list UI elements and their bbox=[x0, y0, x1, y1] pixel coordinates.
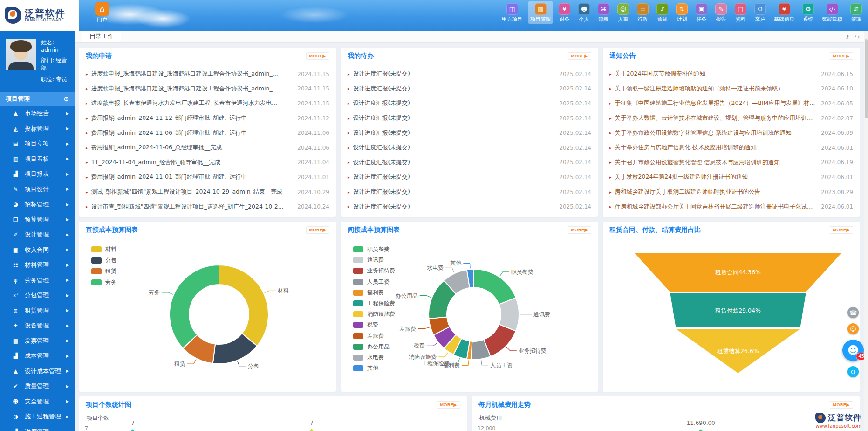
list-item-text[interactable]: 关于2024年国庆节放假安排的通知 bbox=[615, 70, 821, 78]
list-item-text[interactable]: 设计进度汇报(未提交) bbox=[353, 70, 560, 78]
list-item-text[interactable]: 设计进度汇报(未提交) bbox=[353, 129, 560, 137]
list-item-text[interactable]: 费用报销_admin_2024-11-01_部门经理审批_胡建,_运行中 bbox=[91, 173, 298, 181]
list-item[interactable]: ▸11_2024-11-04_admin_经营部_领导审批__完成2024.11… bbox=[86, 155, 329, 170]
list-item[interactable]: ▸进度款申报_长春市伊通河水力发电厂改建工程_长春市伊通河水力发电...2024… bbox=[86, 96, 329, 111]
sidebar-item[interactable]: ▤项目立项▶ bbox=[0, 136, 75, 152]
more-button[interactable]: MORE▶ bbox=[306, 52, 329, 60]
list-item-text[interactable]: 关于召开市政公用设施智慧化管理 信息技术与应用培训班的通知 bbox=[615, 159, 821, 167]
smiley-service-icon[interactable]: ☺ bbox=[847, 323, 859, 334]
legend-item[interactable]: 业务招待费 bbox=[353, 265, 395, 276]
topnav-item[interactable]: ¥财务 bbox=[556, 1, 573, 24]
topnav-item[interactable]: Ω客户 bbox=[752, 1, 768, 24]
sidebar-item[interactable]: ▲设计成本管理▶ bbox=[0, 364, 75, 379]
sidebar-item[interactable]: ▥项目看板▶ bbox=[0, 152, 75, 167]
legend-item[interactable]: 办公用品 bbox=[353, 341, 395, 352]
list-item-text[interactable]: 设计进度汇报(未提交) bbox=[353, 188, 560, 196]
phone-icon[interactable]: ☎ bbox=[847, 307, 859, 318]
list-item[interactable]: ▸关于领取一级注册建造师增项贴的通知（须持一建证书前来领取）2024.06.10 bbox=[609, 82, 853, 97]
avatar[interactable] bbox=[6, 39, 36, 70]
legend-item[interactable]: 人员工资 bbox=[353, 277, 395, 287]
topnav-item[interactable]: ☺人事 bbox=[615, 1, 631, 24]
sidebar-item[interactable]: ◕招标管理▶ bbox=[0, 197, 75, 212]
list-item-text[interactable]: 设计进度汇报(未提交) bbox=[353, 159, 560, 167]
more-button[interactable]: MORE▶ bbox=[830, 401, 853, 409]
topnav-item[interactable]: ▦项目管理 bbox=[528, 1, 553, 24]
sidebar-item[interactable]: x²分包管理▶ bbox=[0, 288, 75, 303]
legend-item[interactable]: 水电费 bbox=[353, 352, 395, 363]
list-item[interactable]: ▸于征集《中国建筑施工行业信息化发展报告（2024）—BIM应用与发展》材料..… bbox=[609, 96, 853, 111]
sidebar-item[interactable]: ☻安全管理▶ bbox=[0, 394, 75, 410]
list-item[interactable]: ▸费用报销_admin_2024-11-06_总经理审批__完成2024.11.… bbox=[86, 140, 329, 155]
list-item[interactable]: ▸设计进度汇报(未提交)2025.02.14 bbox=[348, 155, 591, 170]
list-item[interactable]: ▸测试_彭祖新城"四馆"景观工程设计项目_2024-10-29_admin_结束… bbox=[86, 185, 329, 200]
list-item[interactable]: ▸关于召开市政公用设施智慧化管理 信息技术与应用培训班的通知2024.06.19 bbox=[609, 155, 853, 170]
list-item-text[interactable]: 设计审查_彭祖新城"四馆"景观工程设计项目_请选择_胡广生_2024-10-2.… bbox=[91, 203, 298, 211]
qq-icon[interactable]: Q bbox=[847, 366, 859, 377]
list-item-text[interactable]: 关于领取一级注册建造师增项贴的通知（须持一建证书前来领取） bbox=[615, 85, 821, 93]
list-item-text[interactable]: 费用报销_admin_2024-11-06_总经理审批__完成 bbox=[91, 144, 298, 152]
list-item-text[interactable]: 关于发放2024年第24批一级建造师注册证书的通知 bbox=[615, 173, 821, 181]
more-button[interactable]: MORE▶ bbox=[568, 52, 591, 60]
list-item-text[interactable]: 进度款申报_珠海鹤港口建设_珠海鹤港口建设工程合作协议书_admin_... bbox=[91, 85, 298, 93]
legend-item[interactable]: 工程保险费 bbox=[353, 298, 395, 309]
topnav-item[interactable]: ✎报告 bbox=[713, 1, 729, 24]
topnav-item[interactable]: ⚙系统 bbox=[800, 1, 816, 24]
list-item-text[interactable]: 费用报销_admin_2024-11-12_部门经理审批_胡建,_运行中 bbox=[91, 114, 298, 122]
list-item-text[interactable]: 进度款申报_长春市伊通河水力发电厂改建工程_长春市伊通河水力发电... bbox=[91, 99, 298, 107]
list-item[interactable]: ▸关于举办住房与房地产信息化 技术及应用培训班的通知2024.06.01 bbox=[609, 140, 853, 155]
chat-robot-icon[interactable]: ☻45 bbox=[842, 340, 864, 361]
sidebar-item[interactable]: ❒预算管理▶ bbox=[0, 212, 75, 228]
portal-home-button[interactable]: ⌂ 门户 bbox=[95, 2, 109, 23]
list-item[interactable]: ▸住房和城乡建设部办公厅关于同意吉林省开展二级建造师注册证书电子化试点...20… bbox=[609, 199, 853, 214]
list-item[interactable]: ▸设计进度汇报(未提交)2025.02.14 bbox=[348, 199, 591, 214]
legend-item[interactable]: 职员餐费 bbox=[353, 244, 395, 255]
list-item-text[interactable]: 设计进度汇报(未提交) bbox=[353, 144, 560, 152]
list-item-text[interactable]: 关于举办住房与房地产信息化 技术及应用培训班的通知 bbox=[615, 144, 821, 152]
list-item-text[interactable]: 设计进度汇报(未提交) bbox=[353, 85, 560, 93]
topnav-item[interactable]: ⇅计划 bbox=[674, 1, 690, 24]
list-item-text[interactable]: 测试_彭祖新城"四馆"景观工程设计项目_2024-10-29_admin_结束_… bbox=[91, 188, 298, 196]
topnav-item[interactable]: ⌘流程 bbox=[595, 1, 612, 24]
sidebar-item[interactable]: ▲市场经营▶ bbox=[0, 106, 75, 121]
donut-slice[interactable] bbox=[219, 265, 268, 346]
list-item[interactable]: ▸房和城乡建设厅关于取消二级建造师临时执业证书的公告2023.08.29 bbox=[609, 185, 853, 200]
legend-item[interactable]: 福利费 bbox=[353, 287, 395, 298]
sidebar-item[interactable]: ▟进度管理▶ bbox=[0, 424, 75, 431]
legend-item[interactable]: 差旅费 bbox=[353, 331, 395, 341]
list-item[interactable]: ▸设计进度汇报(未提交)2025.02.14 bbox=[348, 67, 591, 82]
sidebar-item[interactable]: ✎项目设计▶ bbox=[0, 182, 75, 197]
list-item-text[interactable]: 设计进度汇报(未提交) bbox=[353, 203, 560, 211]
scrollbar-thumb[interactable] bbox=[865, 39, 868, 118]
legend-item[interactable]: 其他 bbox=[353, 363, 395, 374]
list-item[interactable]: ▸费用报销_admin_2024-11-01_部门经理审批_胡建,_运行中202… bbox=[86, 170, 329, 185]
topnav-item[interactable]: ¥基础信息 bbox=[772, 1, 797, 24]
sidebar-item[interactable]: ▟成本管理▶ bbox=[0, 348, 75, 364]
sidebar-item[interactable]: ▟项目报表▶ bbox=[0, 167, 75, 182]
list-item-text[interactable]: 进度款申报_珠海鹤港口建设_珠海鹤港口建设工程合作协议书_admin_... bbox=[91, 70, 298, 78]
sidebar-item[interactable]: ▤发票管理▶ bbox=[0, 334, 75, 349]
more-button[interactable]: MORE▶ bbox=[830, 226, 853, 234]
list-item-text[interactable]: 关于举办大数据、云计算技术在城市建设、规划、管理与服务中的应用培训班... bbox=[615, 114, 821, 122]
sidebar-item[interactable]: ◭投标管理▶ bbox=[0, 121, 75, 137]
legend-item[interactable]: 消防设施费 bbox=[353, 309, 395, 320]
legend-item[interactable]: 税费 bbox=[353, 320, 395, 330]
list-item-text[interactable]: 费用报销_admin_2024-11-06_部门经理审批_胡建,_运行中 bbox=[91, 129, 298, 137]
list-item-text[interactable]: 关于举办市政公用设施数字化管理信息 系统建设与应用培训班的通知 bbox=[615, 129, 821, 137]
list-item-text[interactable]: 设计进度汇报(未提交) bbox=[353, 114, 560, 122]
legend-item[interactable]: 通讯费 bbox=[353, 255, 395, 265]
legend-item[interactable]: 劳务 bbox=[91, 277, 116, 288]
topnav-item[interactable]: ☰行政 bbox=[635, 1, 651, 24]
settings-gear-icon[interactable]: ⚙ bbox=[63, 96, 69, 103]
list-item[interactable]: ▸进度款申报_珠海鹤港口建设_珠海鹤港口建设工程合作协议书_admin_...2… bbox=[86, 67, 329, 82]
list-item-text[interactable]: 于征集《中国建筑施工行业信息化发展报告（2024）—BIM应用与发展》材料... bbox=[615, 99, 821, 107]
tab-daily-work[interactable]: 日常工作 bbox=[82, 31, 121, 42]
list-item[interactable]: ▸关于举办大数据、云计算技术在城市建设、规划、管理与服务中的应用培训班...20… bbox=[609, 111, 853, 126]
list-item[interactable]: ▸设计审查_彭祖新城"四馆"景观工程设计项目_请选择_胡广生_2024-10-2… bbox=[86, 199, 329, 214]
sidebar-item[interactable]: ☷材料管理▶ bbox=[0, 257, 75, 273]
list-item-text[interactable]: 设计进度汇报(未提交) bbox=[353, 173, 560, 181]
topnav-item[interactable]: ▤资料 bbox=[732, 1, 749, 24]
list-item-text[interactable]: 设计进度汇报(未提交) bbox=[353, 99, 560, 107]
list-item[interactable]: ▸设计进度汇报(未提交)2025.02.14 bbox=[348, 111, 591, 126]
key-icon[interactable]: ⚷ bbox=[845, 34, 849, 40]
topnav-item[interactable]: ⇵管理 bbox=[848, 1, 864, 24]
